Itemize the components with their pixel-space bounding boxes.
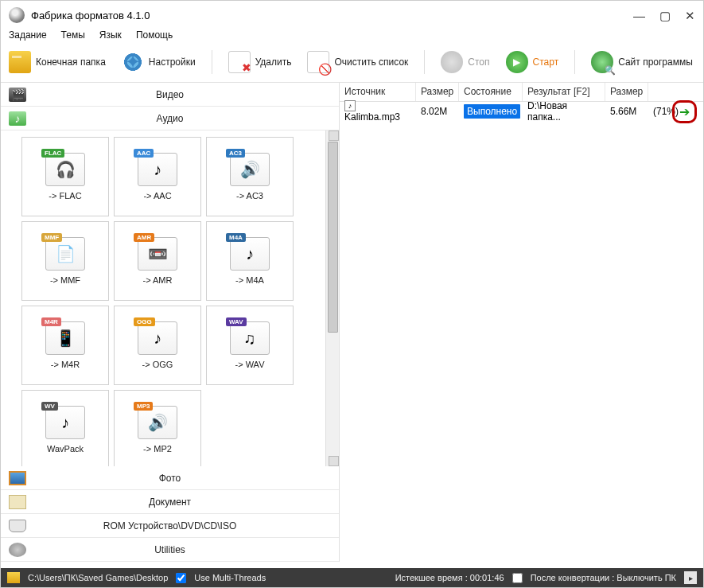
photo-icon: [9, 471, 26, 485]
format-cell[interactable]: MMF📄-> MMF: [21, 221, 109, 301]
format-cell[interactable]: M4A♪-> M4A: [206, 221, 294, 301]
format-glyph-icon: ♪: [138, 322, 177, 354]
format-glyph-icon: ♪: [46, 407, 84, 438]
header-state[interactable]: Состояние: [459, 83, 523, 101]
document-icon: [9, 495, 26, 509]
status-folder-icon[interactable]: [7, 572, 20, 583]
final-folder-button[interactable]: Конечная папка: [9, 51, 106, 73]
menu-themes[interactable]: Темы: [61, 29, 85, 41]
category-audio[interactable]: ♪ Аудио: [1, 107, 339, 130]
category-utilities[interactable]: Utilities: [1, 538, 339, 562]
cell-source: ♪Kalimba.mp3: [340, 99, 416, 125]
cell-size: 8.02M: [416, 104, 459, 119]
format-file-icon: AC3🔊: [230, 153, 270, 186]
after-convert-label: После конвертации : Выключить ПК: [531, 573, 676, 582]
format-cell[interactable]: OGG♪-> OGG: [114, 306, 201, 385]
format-cell[interactable]: FLAC🎧-> FLAC: [21, 137, 109, 216]
format-label: -> WAV: [235, 360, 265, 369]
site-label: Сайт программы: [618, 56, 693, 68]
stop-button[interactable]: Стоп: [441, 51, 489, 73]
category-document[interactable]: Документ: [1, 490, 339, 514]
maximize-button[interactable]: ▢: [659, 10, 671, 21]
format-glyph-icon: ♫: [231, 322, 269, 354]
cell-result: D:\Новая папка...: [523, 99, 605, 124]
window-title: Фабрика форматов 4.1.0: [31, 10, 150, 21]
gear-small-icon: [9, 543, 26, 557]
globe-icon: [591, 51, 613, 73]
header-size[interactable]: Размер: [416, 83, 459, 101]
format-glyph-icon: 🔊: [231, 154, 269, 185]
category-video[interactable]: 🎬 Видео: [1, 83, 339, 107]
format-file-icon: M4A♪: [230, 237, 270, 271]
format-glyph-icon: 🎧: [46, 154, 84, 185]
toolbar-separator: [212, 50, 212, 74]
site-button[interactable]: Сайт программы: [591, 51, 693, 73]
format-label: -> MP2: [143, 444, 172, 454]
stop-label: Стоп: [468, 56, 489, 68]
menu-language[interactable]: Язык: [99, 29, 122, 41]
status-path: C:\Users\ПК\Saved Games\Desktop: [28, 573, 168, 582]
toolbar-separator: [574, 50, 575, 74]
clear-list-button[interactable]: Очистить список: [307, 51, 408, 73]
formats-scrollbar[interactable]: [325, 130, 339, 466]
format-label: WavPack: [47, 444, 84, 454]
menu-bar: Задание Темы Язык Помощь: [1, 26, 703, 45]
format-cell[interactable]: MP3🔊-> MP2: [114, 390, 201, 466]
format-cell[interactable]: AAC♪-> AAC: [114, 137, 201, 216]
audio-file-icon: ♪: [344, 100, 356, 111]
format-cell[interactable]: WV♪WavPack: [21, 390, 109, 466]
format-cell[interactable]: AC3🔊-> AC3: [206, 137, 294, 216]
content-area: 🎬 Видео ♪ Аудио FLAC🎧-> FLACAAC♪-> AACAC…: [1, 82, 703, 562]
format-file-icon: WAV♫: [230, 321, 270, 355]
status-scroll-right[interactable]: ▸: [684, 571, 697, 584]
format-file-icon: FLAC🎧: [45, 153, 85, 186]
scroll-thumb[interactable]: [328, 142, 338, 333]
menu-task[interactable]: Задание: [9, 29, 47, 41]
format-file-icon: M4R📱: [45, 321, 85, 355]
format-glyph-icon: 📼: [138, 238, 177, 270]
gear-icon: [122, 51, 144, 73]
folder-icon: [9, 51, 31, 73]
table-row[interactable]: ♪Kalimba.mp3 8.02M Выполнено D:\Новая па…: [340, 102, 703, 121]
app-icon: [9, 7, 25, 23]
format-glyph-icon: ♪: [231, 238, 269, 270]
format-file-icon: AMR📼: [138, 237, 177, 271]
format-glyph-icon: 📄: [46, 238, 84, 270]
format-label: -> AAC: [143, 191, 171, 201]
settings-button[interactable]: Настройки: [122, 51, 196, 73]
close-button[interactable]: ✕: [685, 10, 695, 21]
delete-button[interactable]: Удалить: [228, 51, 292, 73]
status-bar: C:\Users\ПК\Saved Games\Desktop Use Mult…: [1, 568, 703, 587]
disc-icon: [9, 520, 26, 532]
format-label: -> AMR: [143, 275, 173, 285]
category-photo[interactable]: Фото: [1, 466, 339, 490]
after-convert-checkbox[interactable]: [512, 573, 523, 583]
format-cell[interactable]: AMR📼-> AMR: [114, 221, 201, 301]
start-button[interactable]: Старт: [506, 51, 559, 73]
final-folder-label: Конечная папка: [36, 56, 106, 68]
format-file-icon: MMF📄: [45, 237, 85, 271]
minimize-button[interactable]: —: [633, 10, 645, 21]
source-filename: Kalimba.mp3: [344, 111, 400, 123]
format-label: -> M4R: [51, 360, 80, 369]
category-rom[interactable]: ROM Устройство\DVD\CD\ISO: [1, 514, 339, 538]
cell-state: Выполнено: [459, 104, 523, 119]
format-glyph-icon: ♪: [138, 154, 177, 185]
format-cell[interactable]: WAV♫-> WAV: [206, 306, 294, 385]
format-label: -> M4A: [235, 275, 264, 285]
format-glyph-icon: 📱: [46, 322, 84, 354]
elapsed-time: Истекшее время : 00:01:46: [395, 573, 504, 582]
multi-threads-checkbox[interactable]: [176, 573, 186, 583]
formats-grid: FLAC🎧-> FLACAAC♪-> AACAC3🔊-> AC3MMF📄-> M…: [1, 130, 325, 466]
header-size2[interactable]: Размер: [605, 83, 648, 101]
format-cell[interactable]: M4R📱-> M4R: [21, 306, 109, 385]
stop-icon: [441, 51, 463, 73]
play-result-button[interactable]: ➔: [672, 100, 697, 123]
category-document-label: Документ: [33, 496, 339, 508]
cell-size2: 5.66M: [605, 104, 648, 119]
category-photo-label: Фото: [33, 473, 339, 484]
format-label: -> MMF: [50, 275, 80, 285]
menu-help[interactable]: Помощь: [136, 29, 173, 41]
audio-icon: ♪: [9, 111, 26, 126]
start-label: Старт: [533, 56, 559, 68]
